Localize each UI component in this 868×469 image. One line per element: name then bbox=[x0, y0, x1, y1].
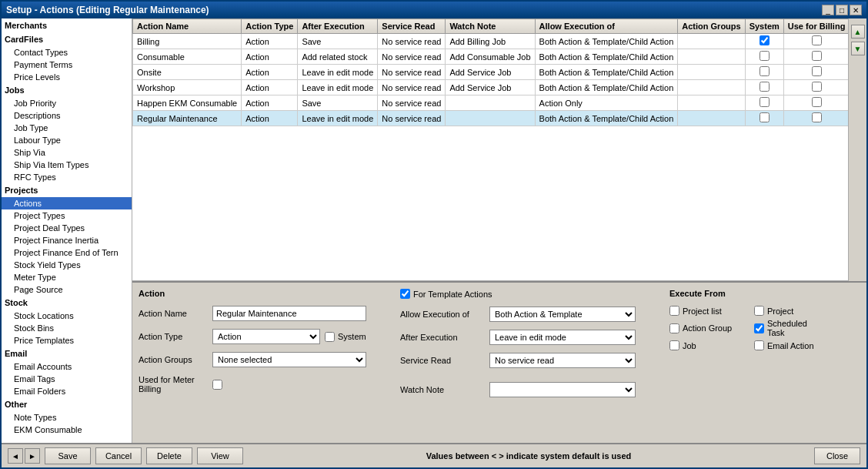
sidebar-item-note-types[interactable]: Note Types bbox=[2, 411, 132, 424]
system-check[interactable] bbox=[760, 112, 770, 122]
billing-check[interactable] bbox=[812, 51, 822, 61]
action-name-input[interactable] bbox=[212, 306, 366, 321]
cell-watch-note: Add Service Job bbox=[446, 80, 535, 95]
allow-execution-label: Allow Execution of bbox=[400, 310, 485, 319]
nav-next-button[interactable]: ► bbox=[25, 448, 40, 464]
sidebar-group-projects: Projects bbox=[2, 183, 132, 197]
sidebar-item-stock-yield-types[interactable]: Stock Yield Types bbox=[2, 259, 132, 271]
sidebar-item-contact-types[interactable]: Contact Types bbox=[2, 46, 132, 59]
close-button[interactable]: ✕ bbox=[850, 5, 862, 15]
project-list-checkbox[interactable] bbox=[669, 306, 679, 316]
email-action-checkbox[interactable] bbox=[754, 340, 764, 350]
table-row[interactable]: Happen EKM Consumable Action Save No ser… bbox=[133, 95, 849, 111]
scroll-up-button[interactable]: ▲ bbox=[851, 25, 865, 39]
minimize-button[interactable]: _ bbox=[822, 5, 834, 15]
action-type-row: Action Type Action System bbox=[139, 329, 392, 344]
action-groups-row: Action Groups None selected bbox=[139, 352, 392, 367]
form-left-section: Action Action Name Action Type Action Sy… bbox=[139, 289, 392, 437]
cell-service-read: No service read bbox=[378, 95, 446, 111]
sidebar-item-descriptions[interactable]: Descriptions bbox=[2, 109, 132, 122]
sidebar-item-email-tags[interactable]: Email Tags bbox=[2, 373, 132, 385]
project-list-label: Project list bbox=[669, 306, 739, 316]
sidebar-item-ekm-consumable[interactable]: EKM Consumable bbox=[2, 424, 132, 436]
sidebar-item-project-finance-end[interactable]: Project Finance End of Tern bbox=[2, 246, 132, 259]
delete-button[interactable]: Delete bbox=[146, 447, 192, 464]
close-button[interactable]: Close bbox=[814, 447, 860, 464]
cell-allow-execution: Both Action & Template/Child Action bbox=[535, 80, 678, 95]
cell-action-groups bbox=[678, 80, 745, 95]
scheduled-task-checkbox[interactable] bbox=[754, 323, 764, 333]
cell-allow-execution: Action Only bbox=[535, 95, 678, 111]
action-groups-select[interactable]: None selected bbox=[212, 352, 366, 367]
action-group-checkbox[interactable] bbox=[669, 323, 679, 333]
service-read-select[interactable]: No service read bbox=[489, 353, 636, 368]
table-row[interactable]: Onsite Action Leave in edit mode No serv… bbox=[133, 65, 849, 80]
system-check[interactable] bbox=[760, 97, 770, 107]
system-check[interactable] bbox=[760, 35, 770, 45]
billing-check[interactable] bbox=[812, 112, 822, 122]
action-type-select[interactable]: Action bbox=[212, 329, 320, 344]
sidebar-item-page-source[interactable]: Page Source bbox=[2, 283, 132, 296]
system-check[interactable] bbox=[760, 82, 770, 92]
sidebar-item-project-finance-inertia[interactable]: Project Finance Inertia bbox=[2, 234, 132, 246]
for-template-checkbox[interactable] bbox=[400, 289, 410, 299]
project-checkbox[interactable] bbox=[754, 306, 764, 316]
sidebar-item-ship-via-item-types[interactable]: Ship Via Item Types bbox=[2, 159, 132, 171]
sidebar-item-rfc-types[interactable]: RFC Types bbox=[2, 171, 132, 183]
table-row[interactable]: Workshop Action Leave in edit mode No se… bbox=[133, 80, 849, 95]
title-bar: Setup - Actions (Editing Regular Mainten… bbox=[2, 2, 866, 18]
after-execution-select[interactable]: Leave in edit mode Save Add related stoc… bbox=[489, 330, 636, 345]
for-template-row: For Template Actions bbox=[400, 289, 662, 299]
sidebar-item-stock-bins[interactable]: Stock Bins bbox=[2, 322, 132, 334]
sidebar-item-project-deal-types[interactable]: Project Deal Types bbox=[2, 222, 132, 234]
cell-system bbox=[745, 95, 783, 111]
sidebar-item-labour-type[interactable]: Labour Type bbox=[2, 134, 132, 146]
action-section-title: Action bbox=[139, 289, 392, 298]
cancel-button[interactable]: Cancel bbox=[95, 447, 142, 464]
system-check[interactable] bbox=[760, 51, 770, 61]
restore-button[interactable]: □ bbox=[836, 5, 848, 15]
table-row[interactable]: Billing Action Save No service read Add … bbox=[133, 34, 849, 49]
sidebar-item-meter-type[interactable]: Meter Type bbox=[2, 271, 132, 283]
billing-check[interactable] bbox=[812, 82, 822, 92]
nav-prev-button[interactable]: ◄ bbox=[8, 448, 23, 464]
cell-system bbox=[745, 49, 783, 65]
scheduled-task-label: Scheduled Task bbox=[754, 319, 823, 337]
sidebar-item-email-folders[interactable]: Email Folders bbox=[2, 385, 132, 397]
scroll-arrows: ▲ ▼ bbox=[848, 18, 866, 281]
sidebar-item-ship-via[interactable]: Ship Via bbox=[2, 146, 132, 159]
save-button[interactable]: Save bbox=[45, 447, 91, 464]
system-checkbox[interactable] bbox=[325, 332, 335, 342]
sidebar-item-payment-terms[interactable]: Payment Terms bbox=[2, 59, 132, 71]
sidebar-item-job-type[interactable]: Job Type bbox=[2, 122, 132, 134]
action-name-row: Action Name bbox=[139, 306, 392, 321]
sidebar-item-email-accounts[interactable]: Email Accounts bbox=[2, 360, 132, 373]
table-row[interactable]: Consumable Action Add related stock No s… bbox=[133, 49, 849, 65]
meter-billing-checkbox[interactable] bbox=[212, 380, 222, 390]
service-read-label: Service Read bbox=[400, 356, 485, 365]
billing-check[interactable] bbox=[812, 35, 822, 45]
table-row[interactable]: Regular Maintenance Action Leave in edit… bbox=[133, 111, 849, 126]
cell-service-read: No service read bbox=[378, 65, 446, 80]
sidebar-item-price-templates[interactable]: Price Templates bbox=[2, 334, 132, 347]
view-button[interactable]: View bbox=[197, 447, 243, 464]
billing-check[interactable] bbox=[812, 97, 822, 107]
sidebar-item-project-types[interactable]: Project Types bbox=[2, 209, 132, 222]
action-type-label: Action Type bbox=[139, 332, 208, 341]
sidebar-item-stock-locations[interactable]: Stock Locations bbox=[2, 310, 132, 322]
billing-check[interactable] bbox=[812, 66, 822, 76]
allow-execution-select[interactable]: Both Action & Template Action Only Templ… bbox=[489, 307, 636, 322]
system-check[interactable] bbox=[760, 66, 770, 76]
cell-action-name: Happen EKM Consumable bbox=[133, 95, 242, 111]
scroll-down-button[interactable]: ▼ bbox=[851, 42, 865, 55]
watch-note-select[interactable] bbox=[489, 382, 636, 397]
cell-action-groups bbox=[678, 111, 745, 126]
sidebar-item-price-levels[interactable]: Price Levels bbox=[2, 71, 132, 83]
cell-use-for-billing bbox=[783, 111, 848, 126]
sidebar-item-actions[interactable]: Actions bbox=[2, 197, 132, 209]
execute-from-grid: Project list Project Action Group S bbox=[669, 306, 823, 350]
sidebar-item-job-priority[interactable]: Job Priority bbox=[2, 97, 132, 109]
cell-action-type: Action bbox=[242, 49, 298, 65]
job-checkbox[interactable] bbox=[669, 340, 679, 350]
service-read-row: Service Read No service read bbox=[400, 353, 662, 368]
